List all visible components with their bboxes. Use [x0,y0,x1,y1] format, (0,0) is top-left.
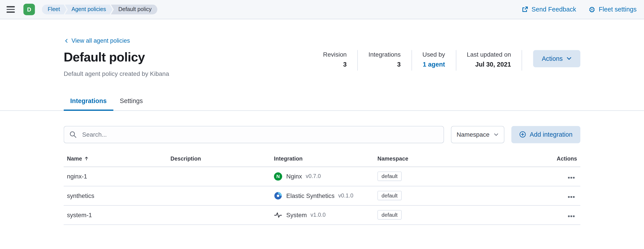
stat-value: 3 [323,61,347,68]
menu-button[interactable] [7,6,15,12]
row-namespace: default [374,191,531,200]
boxes-horizontal-icon [568,216,574,217]
table-header-row: Name Description Integration Namespace A… [64,155,580,167]
stat-label: Used by [422,51,445,58]
stat-revision: Revision 3 [323,50,358,70]
search-field [64,126,444,143]
column-header-integration: Integration [271,155,374,166]
row-name: nginx-1 [64,173,167,180]
global-header: D Fleet Agent policies Default policy Se… [0,0,644,19]
row-name: system-1 [64,211,167,219]
search-input[interactable] [64,126,444,143]
row-integration: Elastic Synthetics v0.1.0 [271,192,374,200]
integration-version: v0.1.0 [338,192,353,199]
row-actions-button[interactable] [566,190,576,201]
column-header-actions: Actions [531,155,580,166]
add-icon [519,131,526,138]
send-feedback-link[interactable]: Send Feedback [522,6,576,13]
sort-up-icon [84,156,88,161]
stat-value: 3 [368,61,400,68]
stat-integrations: Integrations 3 [358,50,412,70]
integrations-table: Name Description Integration Namespace A… [64,155,580,225]
stat-label: Last updated on [467,51,511,58]
breadcrumb-default-policy: Default policy [111,4,157,14]
chevron-down-icon [494,132,498,137]
namespace-filter-button[interactable]: Namespace [451,126,504,143]
policy-stats: Revision 3 Integrations 3 Used by 1 agen… [323,50,522,70]
row-namespace: default [374,210,531,220]
table-row: nginx-1 N Nginx v0.7.0 default [64,167,580,186]
space-avatar[interactable]: D [24,4,35,15]
integrations-toolbar: Namespace Add integration [64,126,580,143]
column-header-description: Description [167,155,271,166]
title-block: Default policy Default agent policy crea… [64,50,169,77]
boxes-horizontal-icon [568,177,574,179]
fleet-settings-link[interactable]: ⚙ Fleet settings [588,5,637,13]
row-actions-button[interactable] [566,210,576,220]
back-link-label: View all agent policies [72,37,130,44]
actions-button[interactable]: Actions [533,50,580,67]
actions-button-label: Actions [542,55,562,62]
stat-used-by: Used by 1 agent [412,50,456,70]
chevron-down-icon [566,56,572,61]
integration-name: Nginx [286,173,302,180]
column-header-namespace: Namespace [374,155,531,166]
view-all-policies-link[interactable]: View all agent policies [64,37,130,44]
stat-label: Revision [323,51,347,58]
system-icon [274,211,282,219]
namespace-filter-label: Namespace [456,131,490,138]
row-actions-button[interactable] [566,171,576,181]
breadcrumb: Fleet Agent policies Default policy [42,4,157,14]
main-content: View all agent policies Default policy D… [0,19,644,225]
stat-label: Integrations [368,51,400,58]
send-feedback-label: Send Feedback [532,6,576,13]
page-subtitle: Default agent policy created by Kibana [64,70,169,77]
stat-value: Jul 30, 2021 [467,61,511,68]
namespace-badge: default [378,191,402,200]
nginx-icon: N [274,172,282,181]
popout-icon [522,6,528,13]
fleet-settings-label: Fleet settings [599,6,637,13]
breadcrumb-agent-policies[interactable]: Agent policies [65,4,112,14]
page-title: Default policy [64,50,169,65]
integration-version: v0.7.0 [306,173,321,179]
integration-name: Elastic Synthetics [286,192,334,199]
table-row: synthetics [64,186,580,206]
chevron-left-icon [64,38,69,43]
namespace-badge: default [378,172,402,181]
column-header-name[interactable]: Name [64,155,167,166]
synthetics-icon [274,192,282,200]
policy-tabs: Integrations Settings [64,93,580,111]
stat-value[interactable]: 1 agent [422,61,445,68]
namespace-badge: default [378,210,402,220]
row-namespace: default [374,172,531,181]
row-name: synthetics [64,192,167,199]
search-icon [70,131,76,138]
add-integration-label: Add integration [530,131,573,138]
tab-settings[interactable]: Settings [113,93,150,111]
stat-last-updated-on: Last updated on Jul 30, 2021 [456,50,522,70]
breadcrumb-fleet[interactable]: Fleet [42,4,66,14]
row-integration: N Nginx v0.7.0 [271,172,374,181]
add-integration-button[interactable]: Add integration [511,126,580,143]
row-integration: System v1.0.0 [271,211,374,219]
tab-integrations[interactable]: Integrations [64,93,113,111]
table-row: system-1 System v1.0.0 [64,206,580,225]
integration-name: System [286,211,307,219]
integration-version: v1.0.0 [310,212,326,218]
boxes-horizontal-icon [568,196,574,198]
gear-icon: ⚙ [588,5,596,13]
